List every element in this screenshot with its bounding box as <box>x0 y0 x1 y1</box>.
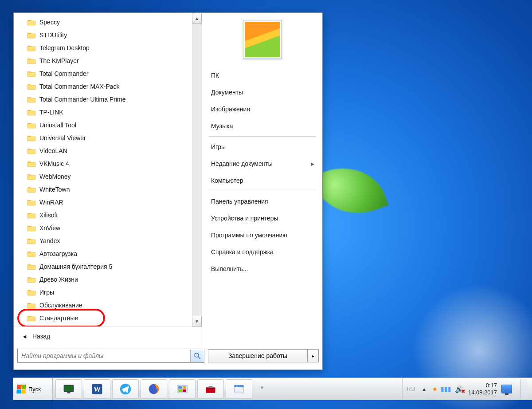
search-input[interactable] <box>18 349 190 362</box>
folder-icon <box>27 83 36 90</box>
folder-icon <box>27 212 36 219</box>
right-panel-item[interactable]: Выполнить... <box>202 260 322 277</box>
program-folder-item[interactable]: Total Commander MAX-Pack <box>14 80 192 93</box>
program-list-scroll: Speccy STDUtility Telegram Desktop The K… <box>14 13 202 327</box>
program-folder-item[interactable]: WhiteTown <box>14 183 192 196</box>
right-panel-item[interactable]: Устройства и принтеры <box>202 210 322 227</box>
taskbar-item-desktop-peek[interactable] <box>55 379 82 399</box>
taskbar-item-word[interactable]: W <box>84 379 110 399</box>
right-panel-item[interactable]: Изображения <box>202 101 322 118</box>
program-folder-item[interactable]: Стандартные <box>14 311 192 324</box>
svg-rect-12 <box>178 389 182 392</box>
taskbar-item-explorer[interactable] <box>226 379 252 399</box>
right-panel-item[interactable]: Игры <box>202 138 322 155</box>
shutdown-button[interactable]: Завершение работы <box>208 349 308 362</box>
program-label: Домашняя бухгалтерия 5 <box>39 263 112 270</box>
program-folder-item[interactable]: Total Commander Ultima Prime <box>14 93 192 106</box>
program-folder-item[interactable]: Xilisoft <box>14 208 192 221</box>
taskbar: Пуск W » RU ▲ ● ▮▮▮ 🔊✖ 0:17 14.08.2017 <box>13 378 532 400</box>
right-panel-item[interactable]: Панель управления <box>202 193 322 210</box>
show-desktop-button[interactable] <box>520 379 528 399</box>
taskbar-item-toolbox[interactable] <box>197 379 224 399</box>
folder-icon <box>27 276 36 283</box>
program-folder-item[interactable]: Telegram Desktop <box>14 41 192 54</box>
tray-icons: ● ▮▮▮ 🔊✖ <box>433 385 464 393</box>
back-button[interactable]: ◄ Назад <box>14 327 202 346</box>
program-folder-item[interactable]: Speccy <box>14 16 192 28</box>
volume-icon[interactable]: 🔊✖ <box>455 385 464 393</box>
start-menu: Speccy STDUtility Telegram Desktop The K… <box>13 12 323 370</box>
scroll-track[interactable] <box>192 24 202 316</box>
scroll-down-button[interactable]: ▼ <box>192 316 202 326</box>
program-folder-item[interactable]: Домашняя бухгалтерия 5 <box>14 260 192 273</box>
folder-icon <box>27 70 36 77</box>
folder-icon <box>27 122 36 129</box>
program-folder-item[interactable]: STDUtility <box>14 28 192 41</box>
clock[interactable]: 0:17 14.08.2017 <box>468 382 497 396</box>
program-folder-item[interactable]: XnView <box>14 221 192 234</box>
right-panel-item[interactable]: ПК <box>202 67 322 84</box>
right-panel-label: Компьютер <box>211 177 243 184</box>
program-folder-item[interactable]: WebMoney <box>14 170 192 183</box>
right-panel-item[interactable]: Недавние документы▶ <box>202 155 322 172</box>
program-folder-item[interactable]: Yandex <box>14 234 192 247</box>
start-button[interactable]: Пуск <box>13 378 53 400</box>
taskbar-overflow-button[interactable]: » <box>258 378 266 397</box>
search-icon[interactable] <box>190 350 204 362</box>
right-panel-item[interactable]: Документы <box>202 84 322 101</box>
right-panel-label: Устройства и принтеры <box>211 215 278 222</box>
network-icon[interactable]: ▮▮▮ <box>441 385 451 393</box>
clock-time: 0:17 <box>468 382 497 389</box>
folder-icon <box>27 147 36 154</box>
scroll-up-button[interactable]: ▲ <box>192 13 202 24</box>
program-folder-item[interactable]: WinRAR <box>14 196 192 208</box>
program-label: Uninstall Tool <box>39 122 76 129</box>
taskbar-item-telegram[interactable] <box>112 379 139 399</box>
program-folder-item[interactable]: Uninstall Tool <box>14 118 192 131</box>
program-folder-item[interactable]: Total Commander <box>14 67 192 80</box>
svg-rect-10 <box>178 386 182 389</box>
clock-date: 14.08.2017 <box>468 389 497 396</box>
program-label: Игры <box>39 289 54 296</box>
program-label: Total Commander Ultima Prime <box>39 96 126 103</box>
taskbar-item-control-panel[interactable] <box>169 379 196 399</box>
right-panel-label: Программы по умолчанию <box>211 232 287 239</box>
taskbar-item-firefox[interactable] <box>141 379 167 399</box>
scrollbar[interactable]: ▲ ▼ <box>192 13 202 326</box>
start-menu-right-pane: ПКДокументыИзображенияМузыка ИгрыНедавни… <box>202 13 322 346</box>
right-panel-item[interactable]: Справка и поддержка <box>202 244 322 260</box>
folder-icon <box>27 160 36 167</box>
right-panel-item[interactable]: Программы по умолчанию <box>202 227 322 244</box>
program-label: WinRAR <box>39 199 63 206</box>
program-list: Speccy STDUtility Telegram Desktop The K… <box>14 13 192 327</box>
program-folder-item[interactable]: VideoLAN <box>14 144 192 157</box>
program-folder-item[interactable]: Обслуживание <box>14 299 192 311</box>
shutdown-options-button[interactable]: ▸ <box>308 349 319 362</box>
folder-icon <box>27 199 36 206</box>
right-panel-item[interactable]: Компьютер <box>202 172 322 189</box>
program-folder-item[interactable]: Игры <box>14 286 192 299</box>
antivirus-icon[interactable]: ● <box>433 385 437 393</box>
program-label: Telegram Desktop <box>39 44 90 51</box>
right-panel-label: Справка и поддержка <box>211 248 274 256</box>
program-label: Автозагрузка <box>39 250 77 257</box>
search-box[interactable] <box>17 349 204 363</box>
right-panel-label: Музыка <box>211 122 233 130</box>
program-label: Speccy <box>39 19 60 26</box>
separator <box>208 136 316 137</box>
program-label: Yandex <box>39 237 60 244</box>
right-panel-item[interactable]: Музыка <box>202 118 322 134</box>
right-panel-label: Документы <box>211 89 243 96</box>
program-folder-item[interactable]: Universal Viewer <box>14 131 192 144</box>
program-folder-item[interactable]: TP-LINK <box>14 106 192 118</box>
right-panel-label: Недавние документы <box>211 160 273 167</box>
program-label: XnView <box>39 224 60 232</box>
user-picture-frame[interactable] <box>243 20 282 59</box>
program-folder-item[interactable]: The KMPlayer <box>14 54 192 67</box>
program-folder-item[interactable]: VKMusic 4 <box>14 157 192 170</box>
program-folder-item[interactable]: Древо Жизни <box>14 273 192 286</box>
program-folder-item[interactable]: Автозагрузка <box>14 247 192 260</box>
tray-show-hidden-button[interactable]: ▲ <box>420 385 428 393</box>
language-indicator[interactable]: RU <box>407 386 415 392</box>
action-center-icon[interactable] <box>501 385 512 393</box>
